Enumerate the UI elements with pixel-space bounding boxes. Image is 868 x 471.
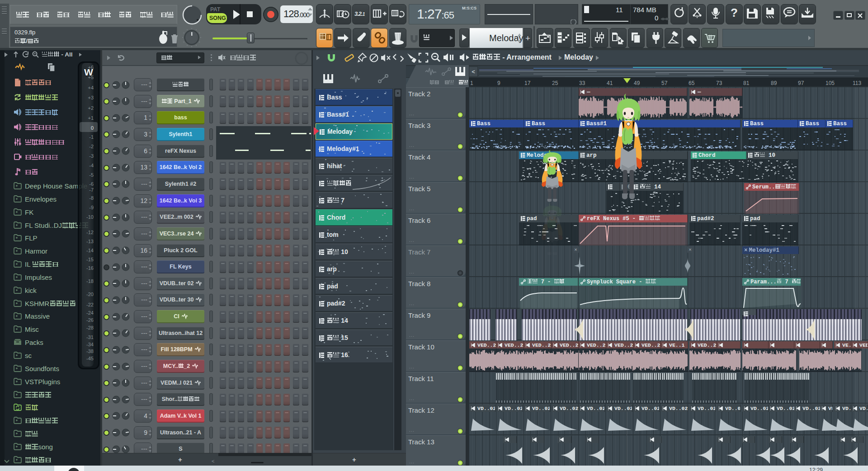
svg-text:?: ? [731,6,738,19]
